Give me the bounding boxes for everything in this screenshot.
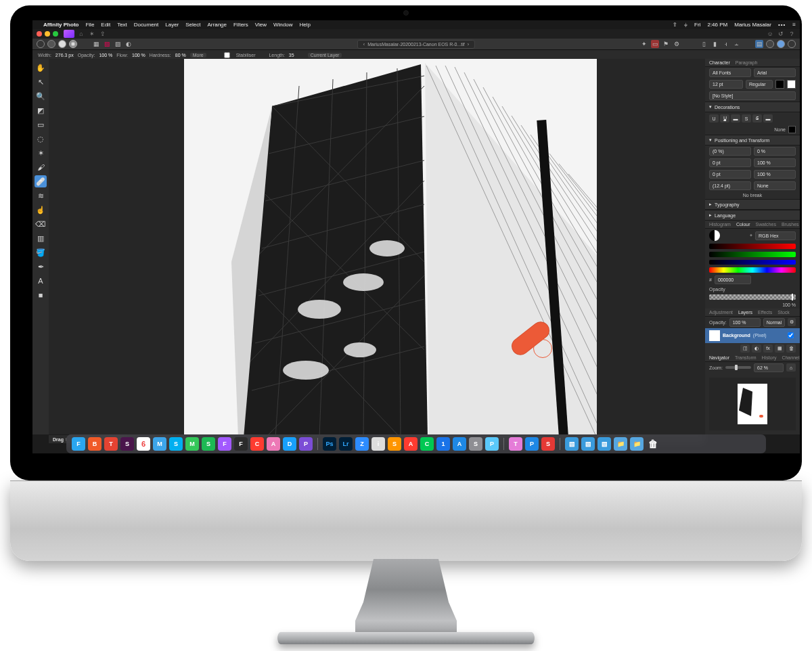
menubar-user[interactable]: Marius Masalar [734,22,771,28]
tab-colour[interactable]: Colour [736,222,750,227]
b-slider[interactable] [709,260,796,265]
history-icon[interactable]: ↺ [777,30,785,38]
menu-edit[interactable]: Edit [101,22,110,28]
tool-text[interactable]: A [35,275,47,287]
zoom-slider[interactable] [725,366,751,369]
wifi-icon[interactable]: ⏚ [684,22,687,28]
canvas[interactable] [184,59,597,434]
hue-strip[interactable] [709,267,796,273]
help-icon[interactable]: ? [788,30,796,38]
typography-section[interactable]: ▸ Typography [705,199,800,210]
dock-app-designer[interactable]: D [283,437,296,451]
dock-app-stream[interactable]: S [541,437,555,451]
persona-photo-icon[interactable] [64,30,74,38]
selection-new-icon[interactable]: ▦ [92,40,100,48]
app-name[interactable]: Affinity Photo [43,22,78,28]
strike-btn[interactable]: S [742,114,751,122]
dropbox-icon[interactable]: ⇪ [673,22,677,28]
dock-app-mail[interactable]: M [153,437,166,451]
tab-adjustment[interactable]: Adjustment [709,310,733,315]
tab-paragraph[interactable]: Paragraph [736,60,758,65]
tool-move[interactable]: ↖ [35,76,47,88]
chevron-left-icon[interactable]: ‹ [363,42,365,47]
arrange-front-icon[interactable]: ▮ [710,40,719,48]
zoom-button[interactable] [53,31,58,37]
pos-5[interactable]: 100 % [754,170,796,179]
nobreak-label[interactable]: No break [743,193,762,198]
dock-app-messages[interactable]: M [185,437,199,451]
dock-app-finder[interactable]: F [72,437,85,451]
menubar-time[interactable]: 2:46 PM [707,22,727,28]
font-size-input[interactable]: 12 pt [709,80,743,89]
dock-app-toggl[interactable]: T [509,437,522,451]
home-icon[interactable]: ⌂ [77,30,85,38]
chevron-right-icon[interactable]: › [468,42,469,47]
tool-flood-select[interactable]: ✶ [35,147,47,159]
lens-icon[interactable] [777,40,785,48]
align-icon[interactable]: ⫞ [721,40,729,48]
scope-icon[interactable] [788,40,796,48]
snap-icon[interactable]: ✦ [640,40,648,48]
text-color-swatch[interactable] [775,80,784,89]
tool-inpainting[interactable]: 🩹 [35,175,47,187]
dock-app-preview[interactable]: P [485,437,499,451]
tool-selection-lasso[interactable]: ◌ [35,133,47,145]
fg-bg-swatch[interactable] [709,230,720,241]
dock-app-ia[interactable]: i [371,437,385,451]
pos-7[interactable]: None [754,181,796,190]
tool-hand[interactable]: ✋ [35,62,47,74]
dock-app-1pw[interactable]: 1 [436,437,450,451]
pos-2[interactable]: 0 pt [709,158,751,167]
tool-selection-marquee[interactable]: ▭ [35,118,47,131]
dock-app-brave[interactable]: B [88,437,102,451]
dock-app-publisher[interactable]: P [299,437,313,451]
overflow-icon[interactable]: ••• [778,22,786,28]
menu-layer[interactable]: Layer [165,22,179,28]
flow-value[interactable]: 100 % [132,53,145,58]
tool-view[interactable]: 🔍 [35,90,47,102]
delete-layer-btn[interactable]: 🗑 [786,344,796,353]
menu-document[interactable]: Document [134,22,158,28]
selection-subtract-icon[interactable]: ▧ [103,40,111,48]
pos-4[interactable]: 0 pt [709,170,751,179]
language-section[interactable]: ▸ Language [705,210,800,221]
tab-stock[interactable]: Stock [777,310,790,315]
underline-btn[interactable]: U [709,114,719,122]
picker-icon[interactable]: ⌖ [750,233,752,238]
close-button[interactable] [37,31,42,37]
add-layer-btn[interactable]: ▦ [775,344,784,353]
mask-btn[interactable]: ◫ [740,344,750,353]
dock-folder[interactable]: 📁 [630,437,644,451]
zoom-lock-icon[interactable]: ⌂ [786,363,796,372]
tool-liquify[interactable]: ≋ [35,189,47,202]
strike-color-btn[interactable]: ▬ [763,114,773,122]
tab-effects[interactable]: Effects [758,310,772,315]
tab-brushes[interactable]: Brushes [782,222,799,227]
font-weight-dropdown[interactable]: Regular [746,80,773,89]
dock-app-settings[interactable]: S [469,437,482,451]
menu-select[interactable]: Select [185,22,200,28]
document-title[interactable]: ‹ MariusMasalar-20200213-Canon EOS R-0..… [357,40,475,49]
assistant-icon[interactable]: ⚑ [662,40,670,48]
snapping-toggle[interactable]: ▭ [651,40,659,48]
tool-swatch[interactable]: ■ [35,289,47,301]
dock-app-clips[interactable]: C [250,437,264,451]
dock-doc[interactable]: ▧ [597,437,611,451]
width-value[interactable]: 276.3 px [55,53,74,58]
decorations-section[interactable]: ▾ Decorations [705,102,800,112]
tab-channels[interactable]: Channels [782,355,800,360]
tool-brush[interactable]: 🖌 [35,161,47,173]
softproof-icon[interactable] [766,40,774,48]
dock-app-figma[interactable]: F [218,437,231,451]
font-collection-dropdown[interactable]: All Fonts [709,68,751,77]
zoom-input[interactable]: 62 % [754,363,784,372]
blend-mode-dropdown[interactable]: Normal [763,318,786,327]
studio-toggle[interactable]: ▤ [755,40,763,48]
dock-app-fcp[interactable]: F [234,437,248,451]
fx-btn[interactable]: fx [763,344,773,353]
opacity-slider[interactable] [709,294,796,300]
text-style-dropdown[interactable]: [No Style] [709,91,796,100]
dock-app-play[interactable]: P [525,437,539,451]
font-family-dropdown[interactable]: Arial [754,68,796,77]
dock-app-agenda[interactable]: A [404,437,418,451]
